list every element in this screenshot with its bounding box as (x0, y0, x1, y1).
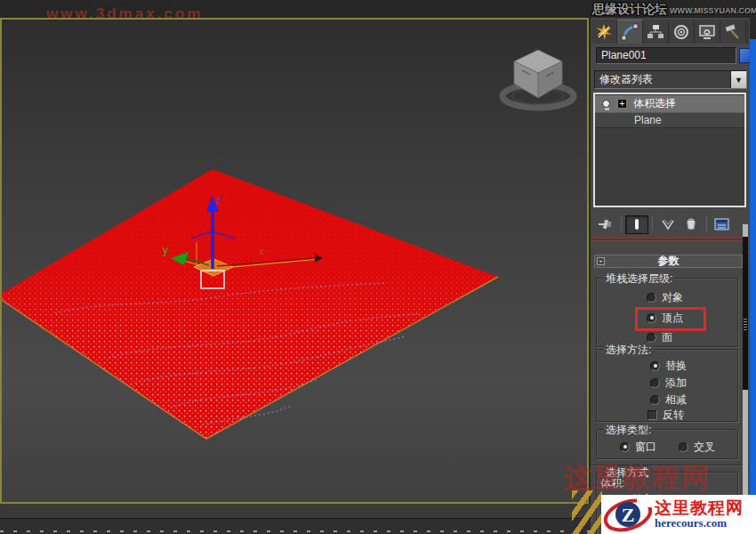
viewport-border-top (0, 18, 589, 20)
radio-label: 替换 (665, 359, 687, 374)
trash-icon (684, 217, 698, 231)
command-panel-tabs (591, 20, 749, 44)
radio-icon-checked[interactable] (650, 361, 660, 371)
command-panel: Plane001 修改器列表 ▼ + 体积选择 Plane (591, 18, 750, 534)
axis-label-x: x (259, 246, 264, 258)
divider (621, 216, 622, 232)
view-cube[interactable] (503, 50, 574, 108)
radio-icon-checked[interactable] (620, 442, 630, 452)
group-legend: 选择方法: (603, 343, 654, 358)
annotation-highlight-box (635, 307, 706, 331)
viewport-scene: z x y (2, 20, 587, 502)
create-icon (595, 23, 613, 41)
window-edge-strip (750, 39, 756, 534)
dropdown-arrow-icon[interactable]: ▼ (730, 71, 746, 88)
pin-stack-button[interactable] (594, 215, 617, 234)
utilities-icon (724, 23, 742, 41)
show-end-result-icon (631, 217, 643, 231)
gold-stripe-graphic (572, 490, 602, 534)
scrollbar-grip (744, 319, 747, 331)
pin-icon (598, 217, 614, 231)
scrollbar-thumb[interactable] (743, 237, 748, 390)
radio-icon[interactable] (650, 378, 660, 388)
group-selection-type: 选择类型: 窗口 交叉 (596, 429, 738, 459)
tab-hierarchy[interactable] (643, 20, 669, 44)
checkbox-icon[interactable] (647, 410, 657, 420)
axis-label-z: z (216, 194, 221, 206)
radio-option-window[interactable]: 窗口 (620, 441, 656, 453)
radio-label: 对象 (662, 290, 683, 305)
faded-red-watermark-line (591, 236, 750, 241)
remove-modifier-button[interactable] (680, 215, 703, 234)
site-logo: Z 这里教程网 herecours.com (601, 495, 756, 534)
modifier-stack[interactable]: + 体积选择 Plane (593, 93, 746, 207)
forum-title: 思缘设计论坛 (592, 2, 667, 16)
group-legend: 堆栈选择层级: (603, 271, 675, 287)
stack-item-plane[interactable]: Plane (595, 112, 744, 128)
radio-label: 添加 (665, 376, 687, 391)
divider (706, 216, 707, 232)
tab-utilities[interactable] (720, 20, 746, 44)
motion-icon (672, 23, 690, 41)
logo-title: 这里教程网 (655, 499, 744, 517)
make-unique-button[interactable] (656, 215, 680, 234)
group-legend: 选择类型: (603, 423, 654, 438)
divider (652, 216, 653, 232)
radio-icon[interactable] (650, 395, 660, 405)
make-unique-icon (660, 217, 676, 231)
group-selection-method: 选择方法: 替换 添加 相减 反转 (596, 349, 738, 422)
tab-create[interactable] (591, 20, 617, 44)
modifier-list-dropdown[interactable]: 修改器列表 ▼ (594, 70, 747, 89)
logo-letter: Z (622, 504, 635, 526)
object-name-input[interactable]: Plane001 (596, 47, 736, 64)
axis-label-y: y (163, 244, 168, 256)
radio-icon[interactable] (647, 293, 656, 303)
hierarchy-icon (647, 23, 664, 41)
radio-label: 窗口 (635, 440, 656, 455)
checkbox-label: 反转 (663, 408, 684, 423)
tab-display[interactable] (695, 20, 720, 44)
radio-label: 面 (662, 330, 672, 345)
volume-label: 体积: (600, 476, 624, 491)
modifier-list-label: 修改器列表 (595, 72, 730, 87)
modify-icon (621, 23, 639, 41)
show-end-result-button[interactable] (625, 215, 648, 234)
configure-sets-icon (714, 217, 730, 231)
modifier-enabled-bulb-icon[interactable] (602, 100, 610, 108)
top-left-watermark: www.3dmax.com (46, 5, 203, 23)
tab-motion[interactable] (669, 20, 695, 44)
radio-option-face[interactable]: 面 (647, 331, 672, 344)
forum-url: WWW.MISSYUAN.COM (670, 6, 756, 15)
panel-scrollbar[interactable] (743, 224, 748, 513)
radio-option-subtract[interactable]: 相减 (650, 393, 687, 406)
application-window: www.3dmax.com (0, 0, 756, 534)
radio-option-crossing[interactable]: 交叉 (679, 441, 715, 453)
viewport-3d[interactable]: z x y (0, 18, 589, 504)
forum-banner: 思缘设计论坛WWW.MISSYUAN.COM (592, 1, 751, 19)
radio-label: 交叉 (694, 440, 715, 455)
radio-option-add[interactable]: 添加 (650, 376, 687, 389)
radio-label: 相减 (665, 392, 687, 408)
stack-toolbar (594, 214, 747, 235)
stack-item-volume-select[interactable]: + 体积选择 (595, 95, 744, 112)
stack-item-label: 体积选择 (633, 96, 676, 111)
tab-modify[interactable] (617, 20, 643, 44)
rollout-title: 参数 (658, 255, 680, 267)
parameters-rollout-header[interactable]: - 参数 (594, 255, 743, 268)
radio-option-object[interactable]: 对象 (647, 291, 683, 303)
checkbox-invert[interactable]: 反转 (647, 409, 684, 421)
logo-z-icon: Z (601, 495, 653, 534)
display-icon (698, 23, 716, 41)
radio-icon[interactable] (647, 333, 656, 343)
expand-plus-icon[interactable]: + (617, 99, 627, 109)
radio-icon[interactable] (679, 442, 688, 452)
plane-object-selected[interactable] (2, 169, 498, 439)
radio-option-replace[interactable]: 替换 (650, 360, 687, 372)
rollout-collapse-icon[interactable]: - (597, 257, 605, 265)
configure-modifier-sets-button[interactable] (711, 215, 734, 234)
logo-url: herecours.com (655, 517, 744, 530)
